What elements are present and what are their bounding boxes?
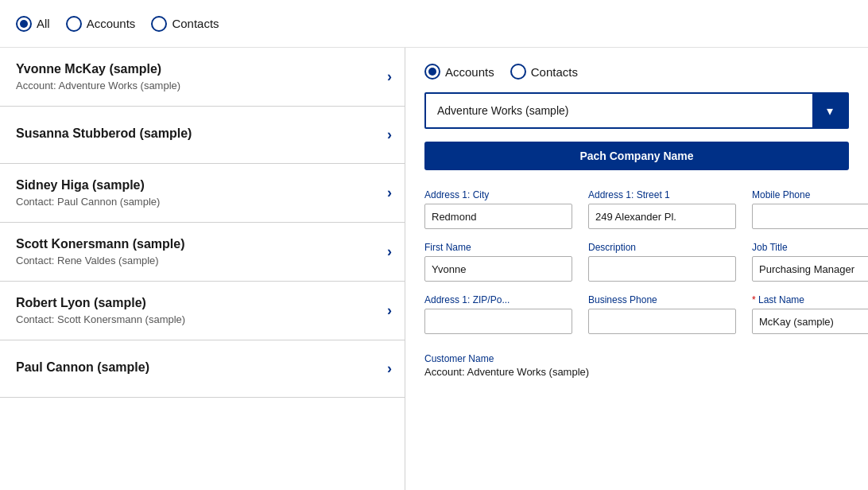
field-label-lastname: Last Name	[752, 294, 868, 305]
account-dropdown-wrapper: Adventure Works (sample) ▾	[424, 92, 849, 129]
field-input-firstname[interactable]	[424, 256, 572, 282]
field-input-zip[interactable]	[424, 309, 572, 334]
field-zip: Address 1: ZIP/Po...	[424, 294, 572, 334]
field-label-zip: Address 1: ZIP/Po...	[424, 294, 572, 305]
field-input-city[interactable]	[424, 204, 572, 229]
radio-accounts-label: Accounts	[87, 17, 136, 30]
right-radio-accounts-circle	[424, 64, 440, 80]
dropdown-chevron-icon[interactable]: ▾	[812, 94, 847, 127]
radio-all[interactable]: All	[16, 16, 50, 32]
patch-company-button[interactable]: Pach Company Name	[424, 142, 849, 170]
contact-info: Scott Konersmann (sample)Contact: Rene V…	[16, 237, 381, 266]
contact-name: Yvonne McKay (sample)	[16, 62, 381, 76]
field-label-street: Address 1: Street 1	[588, 189, 736, 200]
field-input-street[interactable]	[588, 204, 736, 229]
radio-accounts-circle	[66, 16, 82, 32]
field-label-description: Description	[588, 242, 736, 253]
field-jobtitle: Job Title	[752, 242, 868, 282]
field-street: Address 1: Street 1	[588, 189, 736, 229]
chevron-right-icon: ›	[387, 360, 392, 377]
contact-name: Sidney Higa (sample)	[16, 178, 381, 192]
contact-item[interactable]: Scott Konersmann (sample)Contact: Rene V…	[0, 223, 405, 282]
right-radio-contacts[interactable]: Contacts	[510, 64, 578, 80]
contact-item[interactable]: Paul Cannon (sample)›	[0, 340, 405, 398]
chevron-right-icon: ›	[387, 243, 392, 260]
app-container: All Accounts Contacts Yvonne McKay (samp…	[0, 0, 868, 490]
field-mobile: Mobile Phone	[752, 189, 868, 229]
field-label-firstname: First Name	[424, 242, 572, 253]
contact-item[interactable]: Robert Lyon (sample)Contact: Scott Koner…	[0, 282, 405, 340]
contact-info: Yvonne McKay (sample)Account: Adventure …	[16, 62, 381, 91]
customer-name-section: Customer NameAccount: Adventure Works (s…	[424, 353, 868, 378]
right-radio-contacts-label: Contacts	[531, 65, 578, 79]
chevron-right-icon: ›	[387, 302, 392, 319]
field-label-bizphone: Business Phone	[588, 294, 736, 305]
contact-info: Robert Lyon (sample)Contact: Scott Koner…	[16, 296, 381, 325]
field-input-lastname[interactable]	[752, 309, 868, 334]
contact-name: Robert Lyon (sample)	[16, 296, 381, 310]
contact-name: Scott Konersmann (sample)	[16, 237, 381, 251]
contact-item[interactable]: Yvonne McKay (sample)Account: Adventure …	[0, 48, 405, 107]
field-bizphone: Business Phone	[588, 294, 736, 334]
contact-sub: Contact: Scott Konersmann (sample)	[16, 313, 381, 325]
top-radio-group: All Accounts Contacts	[16, 16, 219, 32]
field-label-city: Address 1: City	[424, 189, 572, 200]
left-panel: Yvonne McKay (sample)Account: Adventure …	[0, 48, 405, 490]
radio-contacts[interactable]: Contacts	[151, 16, 219, 32]
radio-all-label: All	[37, 17, 50, 30]
contact-name: Paul Cannon (sample)	[16, 360, 381, 375]
main-content: Yvonne McKay (sample)Account: Adventure …	[0, 48, 868, 490]
contact-sub: Account: Adventure Works (sample)	[16, 80, 381, 91]
right-radio-accounts[interactable]: Accounts	[424, 64, 494, 80]
field-firstname: First Name	[424, 242, 572, 282]
right-panel: Accounts Contacts Adventure Works (sampl…	[405, 48, 868, 490]
right-radio-contacts-circle	[510, 64, 526, 80]
radio-accounts[interactable]: Accounts	[66, 16, 136, 32]
chevron-right-icon: ›	[387, 68, 392, 85]
field-label-jobtitle: Job Title	[752, 242, 868, 253]
field-input-mobile[interactable]	[752, 204, 868, 229]
form-grid: Address 1: CityAddress 1: Street 1Mobile…	[424, 189, 849, 378]
radio-all-circle	[16, 16, 32, 32]
contact-item[interactable]: Sidney Higa (sample)Contact: Paul Cannon…	[0, 164, 405, 223]
contact-sub: Contact: Rene Valdes (sample)	[16, 255, 381, 266]
chevron-right-icon: ›	[387, 185, 392, 201]
contact-item[interactable]: Susanna Stubberod (sample)›	[0, 107, 405, 164]
field-input-description[interactable]	[588, 256, 736, 282]
radio-contacts-circle	[151, 16, 167, 32]
top-bar: All Accounts Contacts	[0, 0, 868, 48]
field-lastname: Last Name	[752, 294, 868, 334]
contact-info: Paul Cannon (sample)	[16, 360, 381, 378]
field-input-jobtitle[interactable]	[752, 256, 868, 282]
customer-name-value: Account: Adventure Works (sample)	[424, 366, 868, 378]
radio-contacts-label: Contacts	[172, 17, 219, 30]
right-radio-accounts-label: Accounts	[445, 65, 494, 79]
contact-sub: Contact: Paul Cannon (sample)	[16, 196, 381, 208]
field-city: Address 1: City	[424, 189, 572, 229]
field-description: Description	[588, 242, 736, 282]
dropdown-value: Adventure Works (sample)	[426, 96, 812, 125]
contact-info: Susanna Stubberod (sample)	[16, 126, 381, 144]
chevron-right-icon: ›	[387, 126, 392, 143]
contact-info: Sidney Higa (sample)Contact: Paul Cannon…	[16, 178, 381, 208]
customer-name-label: Customer Name	[424, 353, 868, 364]
right-radio-group: Accounts Contacts	[424, 64, 849, 80]
contact-name: Susanna Stubberod (sample)	[16, 126, 381, 141]
field-label-mobile: Mobile Phone	[752, 189, 868, 200]
field-input-bizphone[interactable]	[588, 309, 736, 334]
account-dropdown[interactable]: Adventure Works (sample) ▾	[424, 92, 849, 129]
